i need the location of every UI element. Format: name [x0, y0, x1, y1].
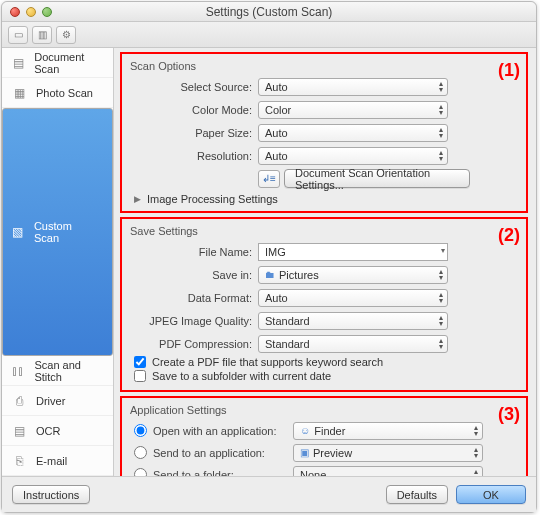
- paper-size-label: Paper Size:: [128, 127, 258, 139]
- defaults-button[interactable]: Defaults: [386, 485, 448, 504]
- custom-scan-icon: ▧: [9, 225, 26, 239]
- keyword-search-checkbox[interactable]: [134, 356, 146, 368]
- window-title: Settings (Custom Scan): [2, 5, 536, 19]
- paper-size-value: Auto: [265, 127, 288, 139]
- data-format-label: Data Format:: [128, 292, 258, 304]
- data-format-value: Auto: [265, 292, 288, 304]
- chevron-updown-icon: ▴▾: [474, 447, 478, 459]
- open-with-dropdown[interactable]: ☺Finder▴▾: [293, 422, 483, 440]
- select-source-value: Auto: [265, 81, 288, 93]
- chevron-updown-icon: ▴▾: [439, 81, 443, 93]
- send-to-app-value: Preview: [313, 447, 352, 459]
- send-to-app-dropdown[interactable]: ▣Preview▴▾: [293, 444, 483, 462]
- file-name-label: File Name:: [128, 246, 258, 258]
- scan-options-title: Scan Options: [130, 60, 520, 72]
- sidebar-item-scan-stitch[interactable]: ⫿⫿ Scan and Stitch: [2, 356, 113, 386]
- data-format-dropdown[interactable]: Auto▴▾: [258, 289, 448, 307]
- toolbar: ▭ ▥ ⚙: [2, 22, 536, 48]
- orientation-icon-button[interactable]: ↲≡: [258, 170, 280, 188]
- send-to-folder-dropdown[interactable]: None▴▾: [293, 466, 483, 477]
- image-processing-disclosure[interactable]: ▶ Image Processing Settings: [134, 193, 520, 205]
- folder-icon: 🖿: [265, 269, 275, 280]
- subfolder-checkbox[interactable]: [134, 370, 146, 382]
- send-to-folder-label: Send to a folder:: [153, 469, 293, 477]
- email-icon: ⎘: [10, 454, 28, 468]
- preview-icon: ▣: [300, 447, 309, 458]
- toolbar-scan-button[interactable]: ▭: [8, 26, 28, 44]
- sidebar-item-label: Photo Scan: [36, 87, 93, 99]
- chevron-updown-icon: ▴▾: [439, 315, 443, 327]
- keyword-search-checkbox-row[interactable]: Create a PDF file that supports keyword …: [134, 356, 520, 368]
- paper-size-dropdown[interactable]: Auto▴▾: [258, 124, 448, 142]
- driver-icon: ⎙: [10, 394, 28, 408]
- file-name-input[interactable]: IMG▾: [258, 243, 448, 261]
- scan-options-group: (1) Scan Options Select Source: Auto▴▾ C…: [120, 52, 528, 213]
- save-settings-title: Save Settings: [130, 225, 520, 237]
- annotation-3: (3): [498, 404, 520, 425]
- ok-button[interactable]: OK: [456, 485, 526, 504]
- toolbar-prefs-button[interactable]: ⚙: [56, 26, 76, 44]
- ok-label: OK: [483, 489, 499, 501]
- sidebar-item-document-scan[interactable]: ▤ Document Scan: [2, 48, 113, 78]
- footer: Instructions Defaults OK: [2, 476, 536, 512]
- pdf-compression-value: Standard: [265, 338, 310, 350]
- resolution-value: Auto: [265, 150, 288, 162]
- send-to-app-radio[interactable]: [134, 446, 147, 459]
- sidebar: ▤ Document Scan ▦ Photo Scan ▧ Custom Sc…: [2, 48, 114, 476]
- subfolder-checkbox-row[interactable]: Save to a subfolder with current date: [134, 370, 520, 382]
- sidebar-item-ocr[interactable]: ▤ OCR: [2, 416, 113, 446]
- send-to-app-label: Send to an application:: [153, 447, 293, 459]
- pdf-compression-dropdown[interactable]: Standard▴▾: [258, 335, 448, 353]
- chevron-updown-icon: ▴▾: [474, 425, 478, 437]
- orientation-settings-button[interactable]: Document Scan Orientation Settings...: [284, 169, 470, 188]
- image-processing-label: Image Processing Settings: [147, 193, 278, 205]
- select-source-dropdown[interactable]: Auto▴▾: [258, 78, 448, 96]
- chevron-updown-icon: ▴▾: [439, 269, 443, 281]
- photo-icon: ▦: [10, 86, 28, 100]
- open-with-value: Finder: [314, 425, 345, 437]
- ocr-icon: ▤: [10, 424, 28, 438]
- instructions-label: Instructions: [23, 489, 79, 501]
- instructions-button[interactable]: Instructions: [12, 485, 90, 504]
- sidebar-item-label: E-mail: [36, 455, 67, 467]
- save-in-value: Pictures: [279, 269, 319, 281]
- keyword-search-label: Create a PDF file that supports keyword …: [152, 356, 383, 368]
- sidebar-item-label: OCR: [36, 425, 60, 437]
- chevron-updown-icon: ▴▾: [439, 338, 443, 350]
- sidebar-item-photo-scan[interactable]: ▦ Photo Scan: [2, 78, 113, 108]
- color-mode-dropdown[interactable]: Color▴▾: [258, 101, 448, 119]
- pdf-compression-label: PDF Compression:: [128, 338, 258, 350]
- sidebar-item-driver[interactable]: ⎙ Driver: [2, 386, 113, 416]
- dropdown-arrow-icon: ▾: [441, 246, 445, 255]
- jpeg-quality-value: Standard: [265, 315, 310, 327]
- annotation-1: (1): [498, 60, 520, 81]
- titlebar: Settings (Custom Scan): [2, 2, 536, 22]
- color-mode-value: Color: [265, 104, 291, 116]
- application-settings-group: (3) Application Settings Open with an ap…: [120, 396, 528, 476]
- open-with-label: Open with an application:: [153, 425, 293, 437]
- chevron-updown-icon: ▴▾: [439, 127, 443, 139]
- open-with-radio[interactable]: [134, 424, 147, 437]
- triangle-right-icon: ▶: [134, 194, 141, 204]
- sidebar-item-label: Driver: [36, 395, 65, 407]
- file-name-value: IMG: [265, 246, 286, 258]
- chevron-updown-icon: ▴▾: [439, 150, 443, 162]
- select-source-label: Select Source:: [128, 81, 258, 93]
- save-in-dropdown[interactable]: 🖿Pictures▴▾: [258, 266, 448, 284]
- main-panel: (1) Scan Options Select Source: Auto▴▾ C…: [114, 48, 536, 476]
- sidebar-item-custom-scan[interactable]: ▧ Custom Scan: [2, 108, 113, 356]
- finder-icon: ☺: [300, 425, 310, 436]
- subfolder-label: Save to a subfolder with current date: [152, 370, 331, 382]
- settings-window: Settings (Custom Scan) ▭ ▥ ⚙ ▤ Document …: [1, 1, 537, 513]
- sidebar-item-email[interactable]: ⎘ E-mail: [2, 446, 113, 476]
- annotation-2: (2): [498, 225, 520, 246]
- send-to-folder-radio[interactable]: [134, 468, 147, 476]
- color-mode-label: Color Mode:: [128, 104, 258, 116]
- toolbar-save-button[interactable]: ▥: [32, 26, 52, 44]
- save-in-label: Save in:: [128, 269, 258, 281]
- defaults-label: Defaults: [397, 489, 437, 501]
- sidebar-item-label: Custom Scan: [34, 220, 96, 244]
- jpeg-quality-dropdown[interactable]: Standard▴▾: [258, 312, 448, 330]
- resolution-dropdown[interactable]: Auto▴▾: [258, 147, 448, 165]
- sidebar-item-label: Document Scan: [34, 51, 105, 75]
